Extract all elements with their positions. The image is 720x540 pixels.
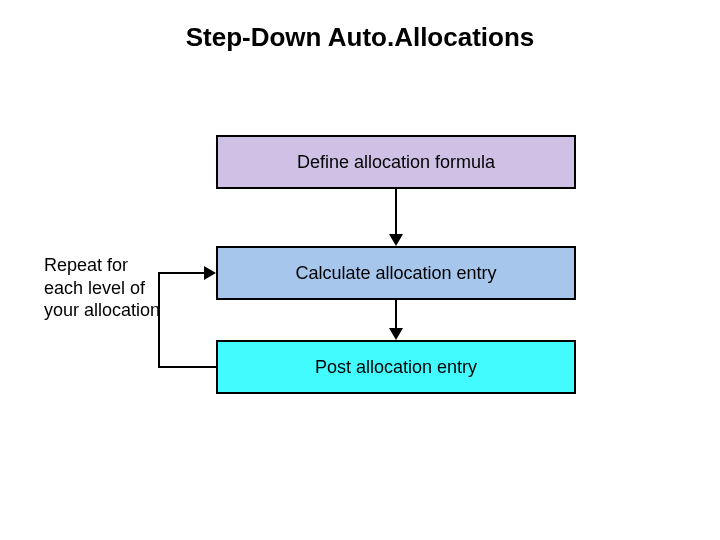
loop-line-left [158,272,160,368]
loop-label: Repeat for each level of your allocation [44,254,164,322]
step-calculate-box: Calculate allocation entry [216,246,576,300]
step-post-box: Post allocation entry [216,340,576,394]
step-post-label: Post allocation entry [315,357,477,378]
loop-arrow-head [204,266,216,280]
arrow-calculate-to-post-head [389,328,403,340]
loop-line-top [158,272,204,274]
slide: Step-Down Auto.Allocations Define alloca… [0,0,720,540]
step-define-label: Define allocation formula [297,152,495,173]
arrow-define-to-calculate-head [389,234,403,246]
arrow-define-to-calculate-line [395,189,397,234]
step-define-box: Define allocation formula [216,135,576,189]
loop-line-bottom [158,366,216,368]
slide-title: Step-Down Auto.Allocations [0,22,720,53]
arrow-calculate-to-post-line [395,300,397,328]
step-calculate-label: Calculate allocation entry [295,263,496,284]
